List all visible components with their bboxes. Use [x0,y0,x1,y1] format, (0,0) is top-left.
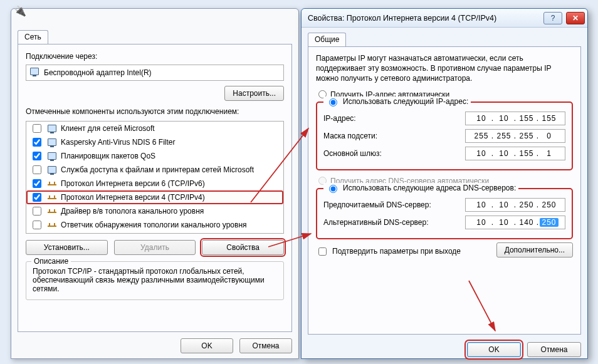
component-label: Планировщик пакетов QoS [61,152,155,160]
component-checkbox[interactable] [33,221,41,229]
protocol-icon [47,206,57,216]
component-checkbox[interactable] [33,124,41,133]
component-checkbox[interactable] [33,138,41,147]
component-checkbox[interactable] [33,207,41,216]
dns-pref-input[interactable]: 10.10.250.250 [465,198,565,212]
protocol-icon [47,192,57,202]
adapter-field[interactable]: Беспроводной адаптер Intel(R) [26,65,284,81]
intro-text: Параметры IP могут назначаться автоматич… [316,53,573,84]
component-label: Протокол Интернета версии 6 (TCP/IPv6) [61,179,205,188]
components-label: Отмеченные компоненты используются этим … [26,107,284,116]
right-ok-button[interactable]: OK [467,342,521,357]
client-icon [47,151,57,161]
dns-alt-label: Альтернативный DNS-сервер: [323,218,465,227]
gateway-label: Основной шлюз: [323,149,465,158]
dns-manual-radio-row[interactable]: Использовать следующие адреса DNS-сервер… [323,183,518,193]
close-button[interactable]: ✕ [566,12,585,24]
tab-general[interactable]: Общие [308,33,346,46]
dns-manual-label: Использовать следующие адреса DNS-сервер… [343,184,516,192]
component-label: Kaspersky Anti-Virus NDIS 6 Filter [61,138,176,147]
client-icon [47,123,57,133]
adapter-name: Беспроводной адаптер Intel(R) [44,68,152,77]
left-cancel-button[interactable]: Отмена [239,338,292,353]
properties-button[interactable]: Свойства [202,240,284,255]
subnet-mask-label: Маска подсети: [323,132,465,140]
adapter-device-icon [30,68,40,78]
help-button[interactable]: ? [543,12,562,24]
component-checkbox[interactable] [33,165,41,174]
connect-via-label: Подключение через: [26,52,284,61]
description-fieldset: Описание Протокол TCP/IP - стандартный п… [26,261,284,300]
client-icon [47,137,57,147]
ipv4-properties-window: Свойства: Протокол Интернета версии 4 (T… [301,8,588,359]
adapter-icon: 🔌 [14,5,26,17]
components-list[interactable]: Клиент для сетей MicrosoftKaspersky Anti… [26,121,284,234]
service-icon [47,165,57,175]
dns-manual-group: Использовать следующие адреса DNS-сервер… [316,188,573,239]
component-row[interactable]: Клиент для сетей Microsoft [26,122,283,135]
component-checkbox[interactable] [33,152,41,160]
remove-button: Удалить [114,240,196,255]
component-row[interactable]: Служба доступа к файлам и принтерам сете… [26,163,283,177]
dns-pref-label: Предпочитаемый DNS-сервер: [323,200,465,209]
component-row[interactable]: Протокол Интернета версии 4 (TCP/IPv4) [26,190,283,204]
dns-manual-radio[interactable] [329,185,337,193]
gateway-input[interactable]: 10.10.155.1 [465,147,565,160]
component-label: Клиент для сетей Microsoft [61,124,155,133]
component-label: Ответчик обнаружения топологии канальног… [61,221,247,229]
description-legend: Описание [31,257,71,266]
advanced-button[interactable]: Дополнительно... [496,242,573,257]
component-row[interactable]: Драйвер в/в тополога канального уровня [26,204,283,218]
left-ok-button[interactable]: OK [181,338,233,353]
ip-manual-radio[interactable] [329,98,337,107]
ip-manual-label: Использовать следующий IP-адрес: [343,97,468,106]
component-row[interactable]: Протокол Интернета версии 6 (TCP/IPv6) [26,177,283,190]
component-checkbox[interactable] [33,179,41,188]
ip-manual-group: Использовать следующий IP-адрес: IP-адре… [316,101,573,170]
subnet-mask-input[interactable]: 255.255.255.0 [465,129,565,143]
component-row[interactable]: Kaspersky Anti-Virus NDIS 6 Filter [26,135,283,149]
confirm-on-exit-label: Подтвердить параметры при выходе [332,247,461,256]
ip-address-label: IP-адрес: [323,114,465,123]
tab-network[interactable]: Сеть [18,30,48,44]
description-text: Протокол TCP/IP - стандартный протокол г… [33,267,277,293]
right-tab-strip: Общие [308,33,581,46]
protocol-icon [47,220,57,230]
component-checkbox[interactable] [33,193,41,202]
window-title: Свойства: Протокол Интернета версии 4 (T… [308,14,540,23]
dns-alt-input[interactable]: 10.10.140.250 [465,216,565,229]
network-properties-window: 🔌 Сеть Подключение через: Беспроводной а… [11,8,299,359]
ip-address-input[interactable]: 10.10.155.155 [465,112,565,125]
right-tab-body: Параметры IP могут назначаться автоматич… [308,46,581,335]
component-label: Служба доступа к файлам и принтерам сете… [61,165,254,174]
titlebar[interactable]: Свойства: Протокол Интернета версии 4 (T… [302,9,587,28]
component-label: Протокол Интернета версии 4 (TCP/IPv4) [61,193,205,202]
component-row[interactable]: Планировщик пакетов QoS [26,149,283,163]
protocol-icon [47,179,57,189]
install-button[interactable]: Установить... [26,240,108,255]
configure-button[interactable]: Настроить... [224,86,284,101]
ip-manual-radio-row[interactable]: Использовать следующий IP-адрес: [323,96,471,107]
component-row[interactable]: Ответчик обнаружения топологии канальног… [26,218,283,232]
component-label: Драйвер в/в тополога канального уровня [61,207,204,216]
confirm-on-exit-checkbox[interactable] [318,247,327,256]
right-cancel-button[interactable]: Отмена [527,342,581,357]
left-tab-body: Подключение через: Беспроводной адаптер … [18,44,292,332]
left-tab-strip: Сеть [18,30,292,44]
